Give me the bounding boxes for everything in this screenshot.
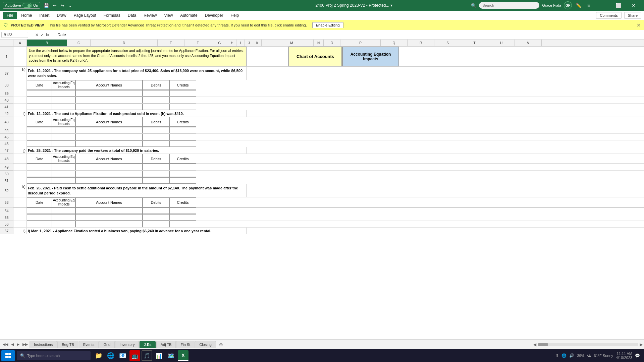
col-header-o[interactable]: O — [324, 40, 340, 46]
cell-e46[interactable] — [143, 140, 169, 147]
cell-d40[interactable] — [75, 97, 143, 103]
notification-icon[interactable]: 💬 — [635, 353, 640, 358]
cell-e53[interactable]: Debits — [143, 197, 169, 207]
col-header-e[interactable]: E — [158, 40, 184, 46]
cell-f50[interactable] — [169, 171, 196, 177]
menu-insert[interactable]: Insert — [36, 12, 53, 19]
cell-d51[interactable] — [75, 177, 143, 184]
cell-b43[interactable]: Date — [27, 117, 52, 127]
cell-f39[interactable] — [169, 90, 196, 97]
search-bar[interactable]: 🔍 Type here to search — [17, 351, 91, 360]
cell-c40[interactable] — [52, 97, 75, 103]
cell-e56[interactable] — [143, 221, 169, 227]
taskbar-mail-icon[interactable]: 📧 — [117, 350, 128, 361]
cell-c41[interactable] — [52, 104, 75, 110]
pen-icon[interactable]: ✏️ — [575, 2, 583, 9]
col-header-g[interactable]: G — [211, 40, 228, 46]
cell-e51[interactable] — [143, 177, 169, 184]
share-button[interactable]: Share — [624, 12, 641, 19]
col-header-p[interactable]: P — [340, 40, 381, 46]
cell-a53[interactable] — [13, 197, 27, 207]
cell-d41[interactable] — [75, 104, 143, 110]
insert-function-icon[interactable]: fx — [46, 33, 49, 37]
col-header-a[interactable]: A — [13, 40, 27, 46]
col-header-f[interactable]: F — [184, 40, 211, 46]
col-header-d[interactable]: D — [91, 40, 158, 46]
cell-a52[interactable]: k) — [13, 184, 27, 197]
cell-e39[interactable] — [143, 90, 169, 97]
cell-f49[interactable] — [169, 164, 196, 170]
taskbar-app1-icon[interactable]: 📺 — [129, 350, 140, 361]
menu-home[interactable]: Home — [18, 12, 35, 19]
cell-f38-credits[interactable]: Credits — [169, 80, 196, 90]
spreadsheet-wrapper[interactable]: 1 37 38 39 40 41 42 43 44 45 46 47 48 49… — [0, 47, 644, 339]
comments-button[interactable]: Comments — [596, 12, 621, 19]
cell-b55[interactable] — [27, 214, 52, 221]
cell-d46[interactable] — [75, 140, 143, 147]
cell-reference-box[interactable] — [1, 32, 28, 38]
col-header-i[interactable]: I — [236, 40, 245, 46]
cell-c46[interactable] — [52, 140, 75, 147]
cell-c43[interactable]: Accounting Eq Impacts — [52, 117, 75, 127]
cell-e50[interactable] — [143, 171, 169, 177]
col-header-j[interactable]: J — [245, 40, 253, 46]
cell-b48[interactable]: Date — [27, 154, 52, 164]
cell-a45[interactable] — [13, 134, 27, 140]
cell-a55[interactable] — [13, 214, 27, 221]
cell-c50[interactable] — [52, 171, 75, 177]
taskbar-explorer-icon[interactable]: 📁 — [93, 350, 104, 361]
protected-close-icon[interactable]: ✕ — [637, 22, 641, 28]
cell-d39[interactable] — [75, 90, 143, 97]
col-header-u[interactable]: U — [488, 40, 515, 46]
cell-c55[interactable] — [52, 214, 75, 221]
dropdown-icon[interactable]: ▾ — [390, 3, 392, 8]
menu-draw[interactable]: Draw — [53, 12, 69, 19]
cell-b49[interactable] — [27, 164, 52, 170]
save-icon[interactable]: 💾 — [42, 2, 50, 9]
search-input[interactable] — [479, 2, 539, 9]
cell-b46[interactable] — [27, 140, 52, 147]
tab-events[interactable]: Events — [79, 341, 99, 348]
col-header-t[interactable]: T — [461, 40, 488, 46]
menu-automate[interactable]: Automate — [177, 12, 201, 19]
cell-e45[interactable] — [143, 134, 169, 140]
cell-b52[interactable]: Feb. 26, 2021 - Paid cash to settle addi… — [27, 184, 247, 197]
monitor-icon[interactable]: 🖥 — [585, 2, 592, 9]
cell-e38-debits[interactable]: Debits — [143, 80, 169, 90]
col-header-h[interactable]: H — [228, 40, 236, 46]
cell-f46[interactable] — [169, 140, 196, 147]
tab-next[interactable]: ▶ — [15, 342, 21, 347]
cell-d55[interactable] — [75, 214, 143, 221]
cell-c49[interactable] — [52, 164, 75, 170]
menu-help[interactable]: Help — [227, 12, 242, 19]
cell-d48[interactable]: Account Names — [75, 154, 143, 164]
cell-c56[interactable] — [52, 221, 75, 227]
menu-review[interactable]: Review — [140, 12, 160, 19]
col-header-k[interactable]: K — [253, 40, 262, 46]
cell-a56[interactable] — [13, 221, 27, 227]
cell-c48[interactable]: Accounting Eq Impacts — [52, 154, 75, 164]
cell-d38-names[interactable]: Account Names — [75, 80, 143, 90]
cell-a44[interactable] — [13, 127, 27, 133]
cell-f40[interactable] — [169, 97, 196, 103]
more-icon[interactable]: ⌄ — [67, 2, 73, 9]
horizontal-scrollbar[interactable] — [538, 343, 638, 346]
autosave-toggle[interactable] — [22, 3, 32, 8]
menu-view[interactable]: View — [161, 12, 176, 19]
cell-a41[interactable] — [13, 104, 27, 110]
cell-b38-date[interactable]: Date — [27, 80, 52, 90]
col-header-m[interactable]: M — [270, 40, 314, 46]
tab-scroll-right[interactable]: ▶▶ — [21, 342, 29, 347]
cell-b50[interactable] — [27, 171, 52, 177]
cell-f53[interactable]: Credits — [169, 197, 196, 207]
col-header-n[interactable]: N — [314, 40, 324, 46]
autosave-badge[interactable]: AutoSave On — [3, 2, 40, 9]
cell-c44[interactable] — [52, 127, 75, 133]
cell-b41[interactable] — [27, 104, 52, 110]
close-button[interactable]: ✕ — [626, 0, 641, 11]
cell-a49[interactable] — [13, 164, 27, 170]
taskbar-excel-icon[interactable]: 📊 — [154, 350, 164, 361]
cell-f45[interactable] — [169, 134, 196, 140]
cell-c39[interactable] — [52, 90, 75, 97]
cell-d56[interactable] — [75, 221, 143, 227]
